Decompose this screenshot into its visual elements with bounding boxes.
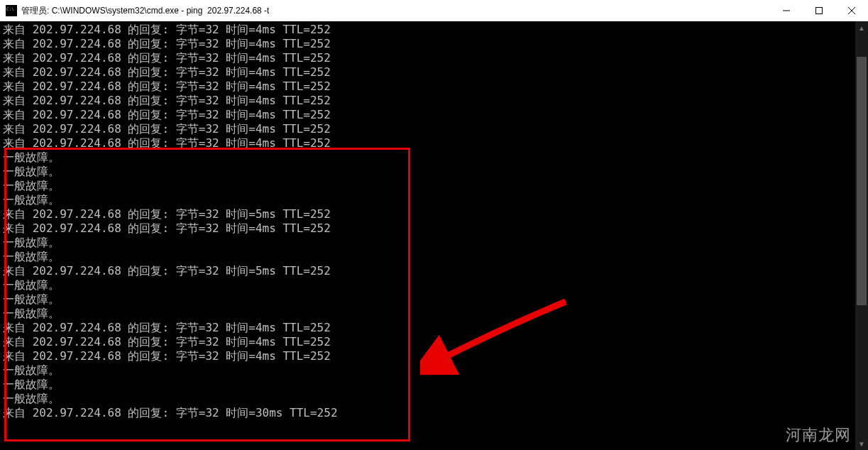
ping-failure-line: 一般故障。 bbox=[3, 250, 852, 264]
ping-failure-line: 一般故障。 bbox=[3, 179, 852, 193]
cmd-icon bbox=[6, 5, 17, 16]
ping-failure-line: 一般故障。 bbox=[3, 363, 852, 378]
close-button[interactable] bbox=[835, 0, 868, 21]
ping-reply-line: 来自 202.97.224.68 的回复: 字节=32 时间=4ms TTL=2… bbox=[3, 23, 852, 37]
ping-reply-line: 来自 202.97.224.68 的回复: 字节=32 时间=4ms TTL=2… bbox=[3, 94, 852, 108]
ping-reply-line: 来自 202.97.224.68 的回复: 字节=32 时间=4ms TTL=2… bbox=[3, 65, 852, 79]
scroll-up-arrow[interactable]: ▲ bbox=[855, 21, 868, 34]
ping-reply-line: 来自 202.97.224.68 的回复: 字节=32 时间=5ms TTL=2… bbox=[3, 264, 852, 278]
ping-reply-line: 来自 202.97.224.68 的回复: 字节=32 时间=4ms TTL=2… bbox=[3, 321, 852, 335]
ping-failure-line: 一般故障。 bbox=[3, 236, 852, 250]
ping-reply-line: 来自 202.97.224.68 的回复: 字节=32 时间=4ms TTL=2… bbox=[3, 79, 852, 94]
ping-reply-line: 来自 202.97.224.68 的回复: 字节=32 时间=4ms TTL=2… bbox=[3, 108, 852, 122]
terminal-output[interactable]: 来自 202.97.224.68 的回复: 字节=32 时间=4ms TTL=2… bbox=[0, 21, 855, 450]
ping-reply-line: 来自 202.97.224.68 的回复: 字节=32 时间=4ms TTL=2… bbox=[3, 221, 852, 236]
ping-failure-line: 一般故障。 bbox=[3, 378, 852, 392]
titlebar[interactable]: 管理员: C:\WINDOWS\system32\cmd.exe - ping … bbox=[0, 0, 868, 22]
minimize-button[interactable] bbox=[770, 0, 803, 21]
ping-reply-line: 来自 202.97.224.68 的回复: 字节=32 时间=5ms TTL=2… bbox=[3, 207, 852, 221]
ping-failure-line: 一般故障。 bbox=[3, 165, 852, 179]
window-title: 管理员: C:\WINDOWS\system32\cmd.exe - ping … bbox=[21, 5, 269, 17]
ping-reply-line: 来自 202.97.224.68 的回复: 字节=32 时间=30ms TTL=… bbox=[3, 406, 852, 420]
maximize-button[interactable] bbox=[803, 0, 835, 21]
cmd-window: 管理员: C:\WINDOWS\system32\cmd.exe - ping … bbox=[0, 0, 868, 450]
ping-failure-line: 一般故障。 bbox=[3, 392, 852, 406]
ping-reply-line: 来自 202.97.224.68 的回复: 字节=32 时间=4ms TTL=2… bbox=[3, 335, 852, 349]
window-controls bbox=[770, 0, 868, 21]
ping-failure-line: 一般故障。 bbox=[3, 278, 852, 292]
svg-rect-1 bbox=[816, 8, 823, 14]
ping-reply-line: 来自 202.97.224.68 的回复: 字节=32 时间=4ms TTL=2… bbox=[3, 122, 852, 136]
ping-failure-line: 一般故障。 bbox=[3, 292, 852, 307]
ping-reply-line: 来自 202.97.224.68 的回复: 字节=32 时间=4ms TTL=2… bbox=[3, 37, 852, 51]
ping-failure-line: 一般故障。 bbox=[3, 307, 852, 321]
vertical-scrollbar[interactable]: ▲ ▼ bbox=[855, 21, 868, 450]
ping-reply-line: 来自 202.97.224.68 的回复: 字节=32 时间=4ms TTL=2… bbox=[3, 51, 852, 65]
scroll-down-arrow[interactable]: ▼ bbox=[855, 437, 868, 450]
ping-failure-line: 一般故障。 bbox=[3, 150, 852, 165]
scrollbar-thumb[interactable] bbox=[857, 57, 867, 305]
ping-reply-line: 来自 202.97.224.68 的回复: 字节=32 时间=4ms TTL=2… bbox=[3, 136, 852, 150]
ping-reply-line: 来自 202.97.224.68 的回复: 字节=32 时间=4ms TTL=2… bbox=[3, 349, 852, 363]
ping-failure-line: 一般故障。 bbox=[3, 193, 852, 207]
